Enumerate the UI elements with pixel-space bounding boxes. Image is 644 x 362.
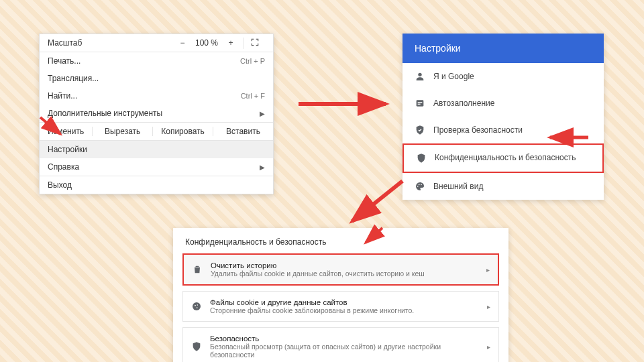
svg-rect-3	[418, 104, 421, 105]
zoom-in-button[interactable]: +	[222, 38, 239, 48]
shortcut: Ctrl + P	[240, 57, 265, 65]
card-security[interactable]: Безопасность Безопасный просмотр (защита…	[182, 327, 499, 362]
svg-point-6	[421, 184, 422, 185]
chevron-right-icon: ▸	[486, 266, 490, 274]
card-clear-history[interactable]: Очистить историю Удалить файлы cookie и …	[182, 253, 499, 286]
chevron-right-icon: ▸	[487, 343, 490, 351]
fullscreen-button[interactable]	[244, 38, 265, 49]
sidebar-item-safety-check[interactable]: Проверка безопасности	[402, 117, 604, 143]
privacy-panel: Конфиденциальность и безопасность Очисти…	[173, 228, 508, 362]
copy-button[interactable]: Копировать	[153, 127, 213, 136]
autofill-icon	[415, 98, 425, 109]
svg-point-8	[195, 305, 196, 306]
edit-label: Изменить	[40, 127, 93, 136]
edit-row: Изменить Вырезать Копировать Вставить	[40, 123, 273, 140]
svg-point-4	[417, 186, 419, 187]
svg-point-10	[197, 307, 198, 308]
svg-line-14	[352, 181, 402, 221]
cut-button[interactable]: Вырезать	[93, 127, 153, 136]
menu-exit[interactable]: Выход	[40, 176, 273, 194]
palette-icon	[415, 181, 425, 192]
card-cookies[interactable]: Файлы cookie и другие данные сайтов Стор…	[182, 291, 499, 322]
svg-rect-1	[417, 100, 424, 106]
sidebar-item-appearance[interactable]: Внешний вид	[402, 173, 604, 200]
chevron-right-icon: ▶	[260, 110, 265, 117]
settings-header: Настройки	[402, 34, 604, 63]
menu-help[interactable]: Справка ▶	[40, 158, 273, 176]
paste-button[interactable]: Вставить	[213, 127, 273, 136]
privacy-title: Конфиденциальность и безопасность	[173, 237, 508, 253]
svg-rect-2	[418, 102, 423, 103]
cookie-icon	[191, 301, 202, 312]
sidebar-item-you-and-google[interactable]: Я и Google	[402, 63, 604, 90]
person-icon	[415, 71, 425, 82]
svg-point-7	[193, 302, 201, 310]
shield-icon	[191, 341, 202, 352]
menu-print[interactable]: Печать... Ctrl + P	[40, 52, 273, 70]
zoom-out-button[interactable]: −	[174, 38, 191, 48]
menu-settings[interactable]: Настройки	[40, 141, 273, 158]
menu-more-tools[interactable]: Дополнительные инструменты ▶	[40, 105, 273, 122]
svg-point-9	[197, 304, 199, 306]
menu-find[interactable]: Найти... Ctrl + F	[40, 87, 273, 105]
settings-sidebar: Настройки Я и Google Автозаполнение Пров…	[402, 34, 604, 200]
shield-check-icon	[415, 125, 425, 135]
zoom-label: Масштаб	[48, 38, 174, 48]
chrome-menu: Масштаб − 100 % + Печать... Ctrl + P Тра…	[39, 34, 274, 194]
shield-icon	[416, 153, 427, 164]
shortcut: Ctrl + F	[241, 92, 265, 100]
trash-icon	[192, 264, 203, 275]
zoom-row: Масштаб − 100 % +	[40, 34, 273, 52]
zoom-value: 100 %	[191, 38, 222, 48]
chevron-right-icon: ▸	[487, 303, 490, 310]
chevron-right-icon: ▶	[260, 164, 265, 171]
sidebar-item-autofill[interactable]: Автозаполнение	[402, 90, 604, 117]
menu-cast[interactable]: Трансляция...	[40, 70, 273, 87]
sidebar-item-privacy[interactable]: Конфиденциальность и безопасность	[402, 143, 604, 173]
svg-point-5	[419, 184, 420, 185]
svg-point-0	[418, 73, 421, 76]
